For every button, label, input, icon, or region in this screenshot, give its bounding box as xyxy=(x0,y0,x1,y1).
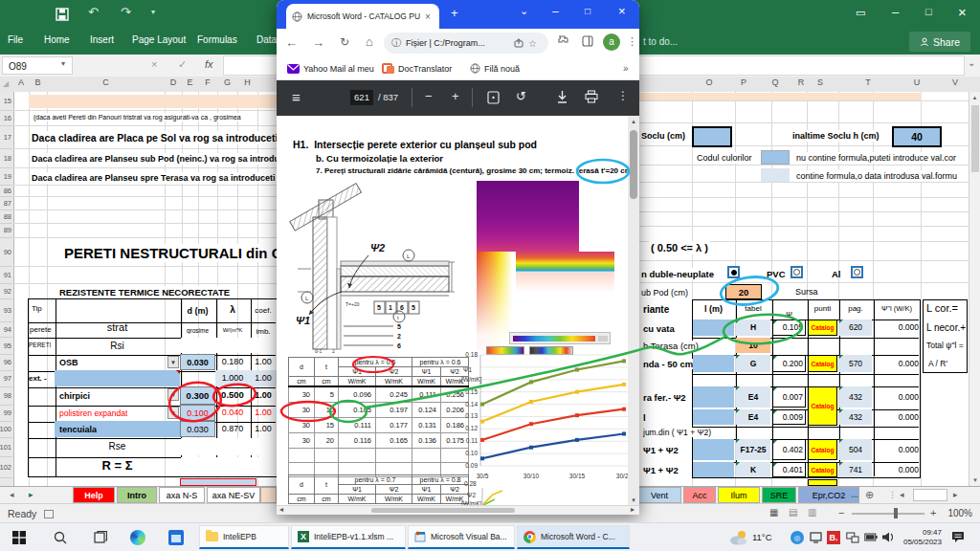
dropdown-osb[interactable]: ▼ xyxy=(167,356,179,368)
ribbon-tab-data[interactable]: Data xyxy=(256,34,277,45)
url-text[interactable]: Fișier | C:/Program... xyxy=(406,38,509,48)
row-header-99[interactable]: 99 xyxy=(0,405,12,422)
taskbar-vb-button[interactable]: Microsoft Visual Ba... xyxy=(408,525,515,549)
chrome-close-button[interactable]: × xyxy=(618,4,626,18)
scroll-down-icon[interactable]: ▾ xyxy=(969,474,980,486)
chrome-menu-icon[interactable]: ⋮ xyxy=(627,35,637,48)
col-header-E[interactable]: E xyxy=(182,77,198,87)
hdr-imb[interactable]: imb. xyxy=(250,327,277,336)
tray-network-icon[interactable] xyxy=(846,532,859,543)
right-row-label[interactable]: nda - 50 cm xyxy=(641,359,695,369)
hscroll-left-icon[interactable]: ◂ xyxy=(900,490,904,499)
weather-icon[interactable] xyxy=(729,530,748,545)
microsoft-store-icon[interactable] xyxy=(168,530,184,545)
name-box-caret-icon[interactable]: ▾ xyxy=(61,59,65,68)
tray-blue-circle-icon[interactable]: ◎ xyxy=(791,531,804,544)
hscroll-track[interactable] xyxy=(913,489,947,501)
search-icon[interactable] xyxy=(54,531,67,544)
row-header-91[interactable]: 91 xyxy=(0,266,12,284)
row-header-19[interactable]: 19 xyxy=(0,167,12,186)
cell-r103[interactable] xyxy=(180,478,256,486)
cell-tabel[interactable]: H xyxy=(736,320,770,336)
cell-tabel[interactable]: 10 xyxy=(736,338,770,353)
row-header-93[interactable]: 93 xyxy=(0,298,12,322)
cell-r96-c[interactable]: 1.00 xyxy=(250,354,277,370)
hdr-grosime[interactable]: grosime xyxy=(180,327,215,334)
cell-pag[interactable]: 504 xyxy=(839,439,872,460)
cell-catalog[interactable]: Catalog xyxy=(808,462,837,477)
col-header-P[interactable]: P xyxy=(736,77,751,87)
pdf-download-icon[interactable] xyxy=(556,90,568,104)
cell-r16[interactable]: (daca aveti Pereti din Panouri tristrat … xyxy=(32,113,243,121)
col-header-O[interactable]: O xyxy=(702,77,717,87)
excel-ribbon-options-icon[interactable]: ▭ xyxy=(856,7,865,19)
undo-icon[interactable]: ↶ xyxy=(88,5,99,19)
home-icon[interactable]: ⌂ xyxy=(366,34,373,49)
scroll-thumb[interactable] xyxy=(971,105,979,172)
view-normal-icon[interactable]: ▦ xyxy=(769,507,778,518)
sheet-nav-left-icon[interactable]: ◂ xyxy=(10,490,14,499)
row-header-87[interactable]: 87 xyxy=(0,196,12,210)
zoom-in-icon[interactable]: + xyxy=(930,507,936,518)
merge-rsi[interactable] xyxy=(181,338,276,353)
tray-volume-icon[interactable] xyxy=(881,531,895,543)
zoom-out-icon[interactable]: − xyxy=(838,507,844,518)
pdf-hscroll-left-icon[interactable]: ◂ xyxy=(279,505,283,514)
cell-r100-d[interactable]: 0.030 xyxy=(180,421,215,437)
pdf-page-input[interactable]: 621 xyxy=(350,90,373,105)
cell-pag[interactable]: 741 xyxy=(839,462,872,477)
edge-icon[interactable] xyxy=(130,530,145,545)
col-header-V[interactable]: V xyxy=(947,77,963,87)
right-row-label[interactable]: Ψ1 + Ψ2 xyxy=(641,465,680,475)
row-header-94[interactable]: 94 xyxy=(0,321,12,338)
col-header-G[interactable]: G xyxy=(217,77,237,87)
bookmark-newtab[interactable]: Filă nouă xyxy=(484,64,520,74)
cell-lm[interactable] xyxy=(693,462,734,477)
cell-psil[interactable]: 0.000 xyxy=(874,462,922,477)
pdf-print-icon[interactable] xyxy=(585,90,598,103)
right-row-label[interactable]: ra fer.- Ψ2 xyxy=(641,392,688,403)
enter-icon[interactable]: ✓ xyxy=(178,58,187,71)
ribbon-tab-insert[interactable]: Insert xyxy=(90,34,114,45)
merge-rse[interactable] xyxy=(181,438,276,455)
col-header-A[interactable]: A xyxy=(13,77,29,87)
cell-tabel[interactable]: K xyxy=(736,462,770,477)
sheet-tab-intro[interactable]: Intro xyxy=(117,487,157,503)
weather-temp[interactable]: 11°C xyxy=(752,532,772,542)
cell-r99-l[interactable]: 0.040 xyxy=(215,405,250,421)
ribbon-tab-formulas[interactable]: Formulas xyxy=(197,34,237,45)
chrome-tab[interactable]: Microsoft Word - CATALOG PUN × xyxy=(286,4,439,29)
right-row-label[interactable]: b Terasa (cm) xyxy=(641,341,701,351)
address-bar[interactable]: ⓘ Fișier | C:/Program... ☆ xyxy=(384,33,548,54)
zoom-level[interactable]: 100% xyxy=(944,508,972,518)
cell-r100-c[interactable]: 1.00 xyxy=(250,421,277,437)
cell-lm[interactable] xyxy=(693,355,734,372)
redo-icon[interactable]: ↷ xyxy=(121,5,131,19)
cell-psi[interactable]: 0.007 xyxy=(772,386,806,408)
col-header-B[interactable]: B xyxy=(29,77,47,87)
cell-r19[interactable]: Daca cladirea are Planseu spre Terasa va… xyxy=(30,172,277,184)
pdf-menu-icon[interactable]: ≡ xyxy=(292,89,301,105)
cell-r98-c[interactable]: 1.00 xyxy=(250,386,277,405)
cell-r17[interactable]: Daca cladirea are Placa pe Sol va rog sa… xyxy=(30,131,277,144)
select-all-icon[interactable]: ◢ xyxy=(3,79,9,88)
tray-red-b-icon[interactable]: B. xyxy=(827,531,840,544)
ribbon-tab-page-layout[interactable]: Page Layout xyxy=(132,34,186,45)
forward-icon[interactable]: → xyxy=(312,35,324,50)
chrome-minimize-button[interactable]: – xyxy=(552,5,559,18)
col-header-U[interactable]: U xyxy=(909,77,924,87)
sheet-tab-help[interactable]: Help xyxy=(73,487,115,503)
start-button[interactable] xyxy=(12,531,26,544)
cell-tabel[interactable]: E4 xyxy=(736,409,770,425)
cell-lm[interactable] xyxy=(693,439,734,460)
row-header-89[interactable]: 89 xyxy=(0,223,12,238)
sheet-nav-right-icon[interactable]: ▸ xyxy=(29,490,33,499)
col-header-D[interactable]: D xyxy=(165,77,182,87)
cell-r97-strat[interactable] xyxy=(55,370,180,386)
cell-psi[interactable]: 0.402 xyxy=(772,439,806,460)
cell-title[interactable]: PERETI NESTRUCTURALI din CA xyxy=(62,244,277,262)
cell-catalog-partial[interactable] xyxy=(808,479,837,486)
pdf-scroll-thumb[interactable] xyxy=(630,130,637,199)
share-button[interactable]: Share xyxy=(909,32,970,52)
cell-rsi[interactable]: Rsi xyxy=(55,341,180,351)
